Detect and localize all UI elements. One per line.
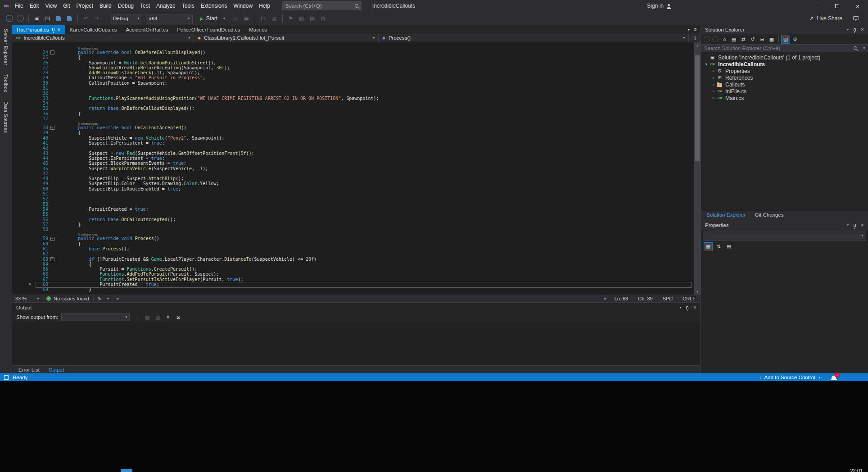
code-line-61[interactable]: 61 base.Process(); — [12, 246, 694, 251]
minimize-button[interactable] — [806, 0, 827, 12]
platform-dropdown[interactable]: x64▾ — [146, 14, 193, 23]
property-pages-icon[interactable]: ▤ — [725, 243, 733, 251]
code-line-40[interactable]: 40 SuspectVehicle = new Vehicle("Pony2",… — [12, 136, 694, 141]
close-icon[interactable]: × — [861, 27, 864, 32]
code-line-27[interactable]: 27 ShowCalloutAreaBlipBeforeAccepting(Sp… — [12, 65, 694, 70]
redo-icon[interactable]: ↷ — [92, 14, 102, 23]
expander-icon[interactable]: ▹ — [711, 76, 716, 80]
code-line-35[interactable]: 35 return base.OnBeforeCalloutDisplayed(… — [12, 106, 694, 111]
menu-extensions[interactable]: Extensions — [198, 0, 231, 12]
tree-item-properties[interactable]: ▹⚙Properties — [701, 68, 868, 74]
menu-view[interactable]: View — [42, 0, 60, 12]
panel-tab-solution-explorer[interactable]: Solution Explorer — [703, 211, 750, 218]
document-health-indicator[interactable]: ✓ No issues found — [42, 295, 93, 302]
back-icon[interactable]: ← — [704, 36, 710, 42]
properties-window-icon[interactable]: ⚙ — [791, 35, 799, 43]
code-line-46[interactable]: 46 Suspect.WarpIntoVehicle(SuspectVehicl… — [12, 166, 694, 171]
performance-profiler-icon[interactable]: ▣ — [242, 14, 252, 23]
code-line-65[interactable]: 65 Pursuit = Functions.CreatePursuit(); — [12, 267, 694, 272]
code-line-41[interactable]: 41 Suspect.IsPersistent = true; — [12, 141, 694, 145]
rail-tab-server-explorer[interactable]: Server Explorer — [3, 29, 9, 65]
sync-with-active-document-icon[interactable]: ⇄ — [739, 35, 747, 43]
home-icon[interactable]: ⌂ — [720, 35, 728, 43]
notifications-button[interactable]: 1 — [832, 375, 836, 380]
tree-item-references[interactable]: ▹⊞References — [701, 74, 868, 81]
editor-vertical-scrollbar[interactable]: ▲ ▼ — [694, 42, 701, 295]
start-without-debugging-icon[interactable]: ▷ — [231, 14, 241, 23]
code-line-47[interactable]: 47 — [12, 171, 694, 176]
code-line-60[interactable]: 60 { — [12, 241, 694, 246]
code-cleanup-button[interactable]: ✎ ▾ — [93, 295, 113, 302]
code-line-64[interactable]: 64 { — [12, 262, 694, 267]
code-line-59[interactable]: 59− public override void Process() — [12, 236, 694, 241]
window-position-icon[interactable]: ▾ — [679, 306, 681, 309]
pin-icon[interactable] — [854, 28, 856, 32]
code-line-42[interactable]: 42 — [12, 145, 694, 150]
line-ending-indicator[interactable]: CRLF — [678, 296, 701, 301]
editor-horizontal-scrollbar[interactable]: ◀ ▶ — [113, 295, 610, 302]
new-project-icon[interactable]: ▣ — [32, 14, 42, 23]
properties-grid[interactable] — [701, 252, 868, 373]
open-file-icon[interactable]: ▤ — [43, 14, 53, 23]
code-line-32[interactable]: 32 — [12, 91, 694, 95]
code-line-49[interactable]: 49 SuspectBlip.Color = System.Drawing.Co… — [12, 181, 694, 186]
save-all-icon[interactable] — [64, 14, 74, 23]
menu-file[interactable]: File — [11, 0, 26, 12]
expander-icon[interactable]: ▹ — [711, 89, 716, 93]
navigate-symbols-icon[interactable]: ▥ — [269, 14, 279, 23]
expander-icon[interactable]: ▾ — [704, 62, 709, 66]
project-dropdown[interactable]: C# IncredibleCallouts ▾ — [12, 34, 194, 42]
collapse-all-icon[interactable]: ⊟ — [758, 35, 766, 43]
menu-test[interactable]: Test — [137, 0, 153, 12]
code-line-28[interactable]: 28 AddMinimumDistanceCheck(-1f, Spawnpoi… — [12, 70, 694, 75]
code-line-36[interactable]: 36 } — [12, 111, 694, 116]
find-in-files-icon[interactable]: ▤ — [258, 14, 268, 23]
type-dropdown[interactable]: ◆ ClassLibrary1.Callouts.Hot_Pursuit ▾ — [194, 34, 379, 42]
switch-views-icon[interactable]: ▤ — [730, 35, 738, 43]
code-line-52[interactable]: 52 — [12, 196, 694, 201]
collapse-region-icon[interactable]: − — [50, 257, 54, 261]
menu-tools[interactable]: Tools — [179, 0, 198, 12]
show-all-files-icon[interactable]: ▦ — [768, 35, 776, 43]
alphabetical-icon[interactable]: ⇅ — [714, 243, 723, 251]
window-list-dropdown-icon[interactable]: ▾ — [687, 27, 690, 32]
code-line-44[interactable]: 44 Suspect.IsPersistent = true; — [12, 156, 694, 161]
tree-item-main-cs[interactable]: ▹C#Main.cs — [701, 95, 868, 101]
send-feedback-icon[interactable] — [853, 16, 859, 20]
close-icon[interactable]: × — [861, 222, 864, 228]
code-line-69[interactable]: 69 } — [12, 287, 694, 292]
navigate-back-icon[interactable]: ← — [6, 15, 13, 22]
close-icon[interactable]: × — [693, 305, 696, 310]
menu-help[interactable]: Help — [256, 0, 273, 12]
column-indicator[interactable]: Ch: 39 — [633, 296, 657, 301]
tab-policeofficerfounddead-cs[interactable]: PoliceOfficerFoundDead.cs — [172, 25, 244, 34]
code-line-63[interactable]: 63− if (!PursuitCreated && Game.LocalPla… — [12, 257, 694, 262]
configuration-dropdown[interactable]: Debug▾ — [110, 14, 142, 23]
code-line-50[interactable]: 50 SuspectBlip.IsRouteEnabled = true; — [12, 186, 694, 191]
code-line-57[interactable]: 57 } — [12, 222, 694, 227]
zoom-dropdown[interactable]: 83 % ▾ — [12, 296, 42, 301]
bookmark-icon[interactable]: ⚑ — [286, 14, 296, 23]
code-line-54[interactable]: 54 PursuitCreated = true; — [12, 207, 694, 212]
menu-edit[interactable]: Edit — [27, 0, 42, 12]
undo-icon[interactable]: ↶ — [81, 14, 91, 23]
expander-icon[interactable]: ▹ — [711, 96, 716, 100]
window-position-icon[interactable]: ▾ — [847, 28, 849, 32]
menu-window[interactable]: Window — [230, 0, 256, 12]
pin-icon[interactable] — [686, 306, 688, 309]
scroll-down-icon[interactable]: ▼ — [694, 289, 701, 295]
refresh-icon[interactable]: ↺ — [749, 35, 757, 43]
h-scrollbar-track[interactable] — [120, 297, 602, 300]
previous-message-icon[interactable]: ▤ — [143, 313, 151, 321]
tab-options-icon[interactable]: ⚙ — [693, 27, 697, 32]
scroll-left-icon[interactable]: ◀ — [116, 297, 118, 300]
code-line-66[interactable]: 66 Functions.AddPedToPursuit(Pursuit, Su… — [12, 272, 694, 277]
menu-build[interactable]: Build — [96, 0, 115, 12]
code-line-30[interactable]: 30 CalloutPosition = Spawnpoint; — [12, 81, 694, 86]
preview-selected-items-icon[interactable]: ▧ — [782, 35, 790, 43]
comment-icon[interactable]: ▦ — [297, 14, 307, 23]
next-message-icon[interactable]: ▥ — [154, 313, 162, 321]
code-line-62[interactable]: 62 — [12, 251, 694, 256]
tab-main-cs[interactable]: Main.cs — [244, 25, 271, 34]
tree-item-inifile-cs[interactable]: ▹C#IniFile.cs — [701, 88, 868, 95]
